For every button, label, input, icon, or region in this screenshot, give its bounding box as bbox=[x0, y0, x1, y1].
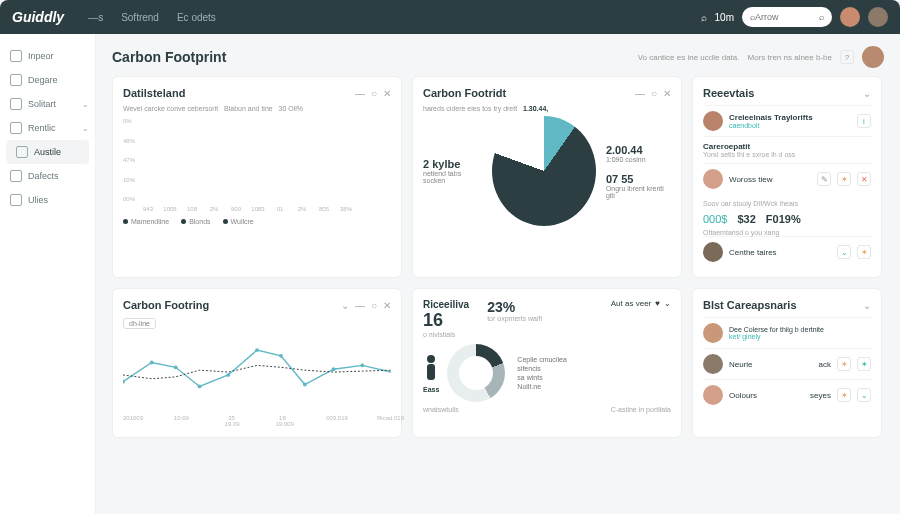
sidebar: Inpeor Degare Solitart⌄ Rentlic⌄ Austile… bbox=[0, 34, 96, 514]
top-nav: —s Softrend Ec odets bbox=[88, 12, 216, 23]
svg-point-8 bbox=[332, 367, 336, 371]
svg-point-3 bbox=[198, 385, 202, 389]
help-icon[interactable]: ? bbox=[840, 50, 854, 64]
avatar[interactable] bbox=[862, 46, 884, 68]
metric: 2.00.44 bbox=[606, 144, 671, 156]
card-title: Datilsteland bbox=[123, 87, 185, 99]
action-button[interactable]: ✶ bbox=[857, 357, 871, 371]
minimize-icon[interactable]: — bbox=[355, 88, 365, 99]
chevron-down-icon[interactable]: ⌄ bbox=[863, 300, 871, 311]
avatar bbox=[703, 111, 723, 131]
chevron-down-icon[interactable]: ⌄ bbox=[863, 88, 871, 99]
top-nav-item[interactable]: Ec odets bbox=[177, 12, 216, 23]
search-icon[interactable]: ⌕ bbox=[701, 12, 707, 23]
close-icon[interactable]: ✕ bbox=[383, 88, 391, 99]
action-button[interactable]: ✶ bbox=[837, 357, 851, 371]
quick-label: 10m bbox=[715, 12, 734, 23]
action-button[interactable]: ✶ bbox=[857, 245, 871, 259]
card-title: Riceeiliva bbox=[423, 299, 469, 310]
metric: F019% bbox=[766, 213, 801, 225]
list-item[interactable]: Woross tiew ✎ ✶ ✕ bbox=[703, 163, 871, 194]
sidebar-item-rentlic[interactable]: Rentlic⌄ bbox=[0, 116, 95, 140]
action-button[interactable]: ✶ bbox=[837, 388, 851, 402]
svg-rect-11 bbox=[427, 364, 435, 380]
card-title: Blst Careapsnaris bbox=[703, 299, 797, 311]
heart-icon[interactable]: ♥ bbox=[655, 299, 660, 308]
card-datilsteland: Datilsteland — ○ ✕ Wevel carcke conve ce… bbox=[112, 76, 402, 278]
chart-tag[interactable]: dh-line bbox=[123, 318, 156, 329]
card-line-chart: Carbon Footring ⌄ — ○ ✕ dh-line bbox=[112, 288, 402, 438]
legend: Mamendiine Blonds Wullcre bbox=[123, 218, 391, 225]
x-axis: 20100310:6935 19.0918 19:009003.019Ricad… bbox=[123, 415, 391, 427]
card-title: Carbon Footring bbox=[123, 299, 209, 311]
dropdown[interactable]: Aut as veer bbox=[611, 299, 651, 308]
topbar-right: ⌕ 10m ⌕ ⌕ bbox=[701, 7, 888, 27]
x-axis: 94310081082%9001083012%80538% bbox=[123, 206, 391, 212]
topbar: Guiddly —s Softrend Ec odets ⌕ 10m ⌕ ⌕ bbox=[0, 0, 900, 34]
chevron-down-icon[interactable]: ⌄ bbox=[857, 388, 871, 402]
list-item[interactable]: Centhe taires ⌄ ✶ bbox=[703, 236, 871, 267]
list-item[interactable]: Dee Colerse for thiig b dertniteket/ gin… bbox=[703, 317, 871, 348]
svg-point-9 bbox=[360, 363, 364, 367]
card-people: Blst Careapsnaris ⌄ Dee Colerse for thii… bbox=[692, 288, 882, 438]
minimize-icon[interactable]: — bbox=[355, 300, 365, 311]
sidebar-item-inpeor[interactable]: Inpeor bbox=[0, 44, 95, 68]
chart-icon bbox=[10, 122, 22, 134]
metric: 000$ bbox=[703, 213, 727, 225]
sidebar-item-degare[interactable]: Degare bbox=[0, 68, 95, 92]
action-button[interactable]: ✎ bbox=[817, 172, 831, 186]
top-nav-item[interactable]: Softrend bbox=[121, 12, 159, 23]
info-icon[interactable]: i bbox=[857, 114, 871, 128]
list-item[interactable]: Oolours seyes ✶ ⌄ bbox=[703, 379, 871, 410]
close-icon[interactable]: ✕ bbox=[663, 88, 671, 99]
card-recent: Reeevtais ⌄ Creleelnais Trayloriftscaend… bbox=[692, 76, 882, 278]
avatar bbox=[703, 169, 723, 189]
doc-icon bbox=[10, 50, 22, 62]
circle-icon[interactable]: ○ bbox=[371, 88, 377, 99]
sidebar-item-austile[interactable]: Austile bbox=[6, 140, 89, 164]
label: Eass bbox=[423, 386, 439, 393]
action-button[interactable]: ✶ bbox=[837, 172, 851, 186]
chevron-down-icon: ⌄ bbox=[82, 100, 89, 109]
header-note: Mors tren ns alnee b-be bbox=[748, 53, 833, 62]
avatar bbox=[703, 354, 723, 374]
avatar[interactable] bbox=[868, 7, 888, 27]
search-icon[interactable]: ⌕ bbox=[819, 12, 824, 22]
list-item[interactable]: Neurie ack ✶ ✶ bbox=[703, 348, 871, 379]
svg-point-10 bbox=[427, 355, 435, 363]
main-content: Carbon Footprint Vo cantice es ine ucdle… bbox=[96, 34, 900, 514]
metric: 2 kylbe bbox=[423, 158, 482, 170]
avatar bbox=[703, 385, 723, 405]
legend: Ceplie cmucilea sifencis sa wints Noilt.… bbox=[513, 354, 566, 392]
chevron-down-icon[interactable]: ⌄ bbox=[664, 299, 671, 308]
sidebar-item-solitart[interactable]: Solitart⌄ bbox=[0, 92, 95, 116]
chevron-down-icon: ⌄ bbox=[82, 124, 89, 133]
circle-icon[interactable]: ○ bbox=[651, 88, 657, 99]
avatar bbox=[703, 323, 723, 343]
metric: $32 bbox=[737, 213, 755, 225]
top-nav-item[interactable]: —s bbox=[88, 12, 103, 23]
close-icon[interactable]: ✕ bbox=[383, 300, 391, 311]
page-title: Carbon Footprint bbox=[112, 49, 226, 65]
chevron-down-icon[interactable]: ⌄ bbox=[837, 245, 851, 259]
search-input[interactable] bbox=[755, 12, 819, 22]
minimize-icon[interactable]: — bbox=[635, 88, 645, 99]
metric: 16 bbox=[423, 310, 469, 331]
sidebar-item-dafects[interactable]: Dafects bbox=[0, 164, 95, 188]
list-item: CareroepatitYond setls thi e sxroe ih d … bbox=[703, 136, 871, 163]
person-icon bbox=[423, 354, 439, 384]
chevron-icon[interactable]: ⌄ bbox=[341, 300, 349, 311]
bar-chart: 0%48%47%10%00% bbox=[123, 118, 391, 202]
search-container: ⌕ ⌕ bbox=[742, 7, 832, 27]
svg-point-6 bbox=[279, 354, 283, 358]
sidebar-item-ulies[interactable]: Ulies bbox=[0, 188, 95, 212]
grid-icon bbox=[10, 98, 22, 110]
metric-label: Soov oar stooly DIf/Wck iheais bbox=[703, 200, 871, 207]
avatar[interactable] bbox=[840, 7, 860, 27]
circle-icon[interactable]: ○ bbox=[371, 300, 377, 311]
list-item[interactable]: Creleelnais Trayloriftscaendboit i bbox=[703, 105, 871, 136]
line-chart bbox=[123, 337, 391, 411]
avatar bbox=[703, 242, 723, 262]
action-button[interactable]: ✕ bbox=[857, 172, 871, 186]
donut-chart bbox=[447, 344, 505, 402]
